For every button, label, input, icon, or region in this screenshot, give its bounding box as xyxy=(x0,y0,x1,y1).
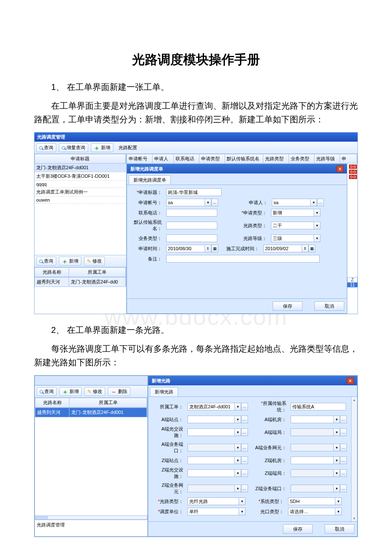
cancel-button[interactable]: 取消 xyxy=(314,301,344,311)
dropdown-icon[interactable]: ▾ xyxy=(234,469,241,477)
dropdown-icon[interactable]: ▾ xyxy=(333,416,340,423)
biz-input[interactable] xyxy=(166,234,217,242)
dialog-tab[interactable]: 新增光路调度单 xyxy=(129,175,171,185)
ctime-input[interactable] xyxy=(263,245,302,252)
dropdown-icon[interactable]: ▾ xyxy=(239,508,245,515)
dropdown-icon[interactable]: ▾ xyxy=(234,428,241,436)
list-row-3[interactable]: 光路调度工单测试用例一 xyxy=(35,188,126,197)
list-row-0[interactable]: 龙门-龙朝酒店24F-dd001 xyxy=(35,164,126,172)
s2-row-0[interactable]: 越秀到天河 龙门-龙朝酒店24F-dd001 xyxy=(35,408,147,417)
dropdown-icon[interactable]: ▾ xyxy=(333,457,340,464)
topic-input[interactable] xyxy=(166,188,222,196)
config-button[interactable]: 光路配置 xyxy=(116,144,140,152)
browse-icon[interactable]: … xyxy=(241,428,248,436)
browse-icon[interactable]: … xyxy=(241,403,248,410)
reqtype-select[interactable] xyxy=(271,209,314,217)
person-input[interactable] xyxy=(272,199,310,206)
list-row-4[interactable]: ouwen xyxy=(35,197,126,204)
s2-save-button[interactable]: 保存 xyxy=(283,524,313,534)
dropdown-icon[interactable]: ▾ xyxy=(234,457,241,464)
aroom-select[interactable] xyxy=(291,416,333,423)
close-icon[interactable]: × xyxy=(337,165,343,172)
level-select[interactable] xyxy=(271,234,314,242)
zne-select xyxy=(187,485,234,492)
dropdown-icon: ▾ xyxy=(333,469,340,477)
s2-del-button[interactable]: －删除 xyxy=(108,387,130,396)
ltype-select[interactable] xyxy=(271,222,314,229)
browse-icon[interactable]: … xyxy=(211,199,218,206)
stype-select[interactable] xyxy=(288,497,335,505)
dropdown-icon[interactable]: ▾ xyxy=(335,508,342,515)
calendar-icon[interactable]: ▦ xyxy=(308,245,315,252)
stepper-icon[interactable]: ⇕ xyxy=(205,245,211,252)
search-button[interactable]: 查询 xyxy=(36,143,56,152)
close-icon[interactable]: × xyxy=(347,377,354,384)
dropdown-icon: ▾ xyxy=(234,485,241,492)
order-select[interactable] xyxy=(187,403,234,410)
s2-edit-button[interactable]: ✎修改 xyxy=(84,387,105,396)
dropdown-icon[interactable]: ▾ xyxy=(314,209,320,217)
atime-input[interactable] xyxy=(166,245,205,252)
sysname-input[interactable] xyxy=(166,222,217,229)
dropdown-icon[interactable]: ▾ xyxy=(234,403,241,410)
sub-row-0[interactable]: 越秀到天河 龙门-龙朝酒店24F-dd0 xyxy=(35,277,126,287)
asite-select[interactable] xyxy=(187,416,234,423)
zsite-select[interactable] xyxy=(187,457,234,464)
col-4: 申请类型 xyxy=(199,154,225,163)
lbl-reqtype: *申请类型： xyxy=(236,210,267,216)
right-gutter: 0-0 0-0 0-0 Z 11 xyxy=(347,164,357,314)
arrow-down-icon[interactable]: ▾ xyxy=(353,515,355,521)
pencil-icon: ✎ xyxy=(87,389,92,395)
s2-dialog-tab[interactable]: 新增光路 xyxy=(150,387,178,396)
list-row-2[interactable]: qqqq xyxy=(35,181,126,188)
dropdown-icon[interactable]: ▾ xyxy=(335,497,342,505)
dropdown-icon[interactable]: ▾ xyxy=(205,199,211,206)
vertical-scrollbar[interactable]: ▴▾ xyxy=(351,397,357,521)
dropdown-icon[interactable]: ▾ xyxy=(314,234,320,242)
s2-dialog-titlebar[interactable]: 新增光路 × xyxy=(148,376,357,385)
browse-icon[interactable]: … xyxy=(340,457,347,464)
dialog-tabbar: 新增光路调度单 xyxy=(127,173,347,185)
save-button[interactable]: 保存 xyxy=(273,301,303,311)
acct-input[interactable] xyxy=(166,199,205,206)
scrollbar[interactable] xyxy=(35,515,147,520)
zodf-select[interactable] xyxy=(187,469,234,477)
s2-cell-1: 龙门-龙朝酒店24F-dd001 xyxy=(69,408,147,417)
sys-input[interactable] xyxy=(291,403,346,410)
ltype2-select[interactable] xyxy=(187,497,239,505)
browse-icon[interactable]: … xyxy=(241,416,248,423)
dropdown-icon[interactable]: ▾ xyxy=(314,222,320,229)
dropdown-icon[interactable]: ▾ xyxy=(234,416,241,423)
s2-left-body: 越秀到天河 龙门-龙朝酒店24F-dd001 xyxy=(35,408,147,417)
browse-icon[interactable]: … xyxy=(340,416,347,423)
col-topic: 申请标题 xyxy=(35,154,126,163)
inc-search-button[interactable]: 增量查询 xyxy=(59,143,88,152)
s2-search-button[interactable]: 查询 xyxy=(37,387,57,396)
sub-edit-button[interactable]: ✎修改 xyxy=(84,257,105,266)
stepper-icon[interactable]: ⇕ xyxy=(302,245,308,252)
zroom-select[interactable] xyxy=(291,457,333,464)
paragraph-1: 在工单界面主要是对光路调度工单进行查询、新增以及对指定光路下的方案进行光路配置，… xyxy=(34,99,358,126)
sub-search-button[interactable]: 查询 xyxy=(36,257,56,266)
browse-icon: … xyxy=(241,444,248,451)
browse-icon[interactable]: … xyxy=(317,199,324,206)
sub-add-button[interactable]: ＋新增 xyxy=(59,257,81,266)
dunit-select[interactable] xyxy=(187,508,239,515)
calendar-icon[interactable]: ▦ xyxy=(211,245,218,252)
note-input[interactable] xyxy=(166,255,320,263)
browse-icon[interactable]: … xyxy=(241,457,248,464)
list-row-1[interactable]: 太平新3楼ODF3-青溪ODF1-DD001 xyxy=(35,172,126,181)
dropdown-icon[interactable]: ▾ xyxy=(310,199,317,206)
s2-add-button[interactable]: ＋新增 xyxy=(59,387,82,396)
aodf-select[interactable] xyxy=(187,428,234,436)
phone-input[interactable] xyxy=(166,209,217,217)
browse-icon[interactable]: … xyxy=(241,469,248,477)
dialog-titlebar[interactable]: 新增光路调度单 × xyxy=(127,164,347,173)
s2-cancel-button[interactable]: 取消 xyxy=(325,524,355,534)
dropdown-icon[interactable]: ▾ xyxy=(239,497,245,505)
lbl-topic: *申请标题： xyxy=(131,189,162,196)
arrow-up-icon[interactable]: ▴ xyxy=(353,397,355,403)
add-button[interactable]: ＋新增 xyxy=(91,143,113,152)
sub-cell-0: 越秀到天河 xyxy=(35,278,69,286)
otype-select[interactable] xyxy=(288,508,335,515)
